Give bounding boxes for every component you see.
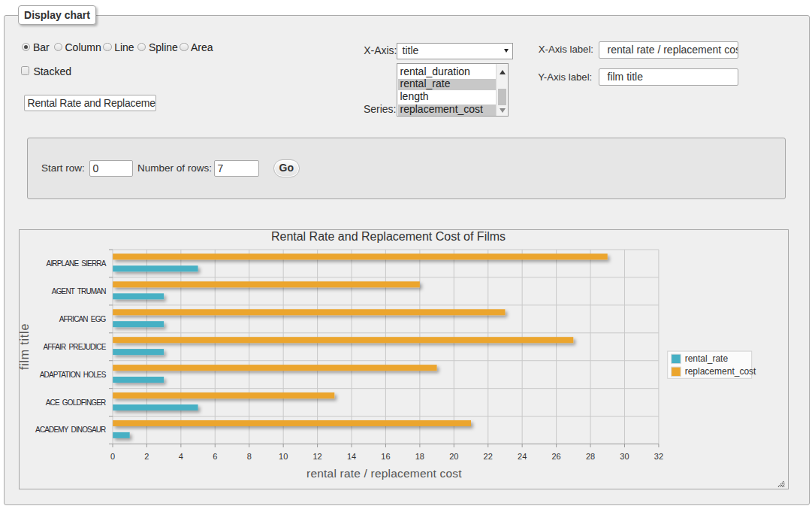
svg-text:30: 30 <box>620 451 629 460</box>
svg-text:4: 4 <box>178 451 183 460</box>
svg-text:rental rate / replacement cost: rental rate / replacement cost <box>306 467 462 480</box>
svg-text:rental_rate: rental_rate <box>684 353 728 364</box>
svg-text:8: 8 <box>246 451 251 460</box>
svg-text:6: 6 <box>213 451 217 460</box>
svg-text:10: 10 <box>279 451 288 460</box>
svg-text:12: 12 <box>312 451 321 460</box>
svg-text:14: 14 <box>346 451 355 460</box>
svg-text:2: 2 <box>144 451 149 460</box>
svg-text:24: 24 <box>518 451 527 460</box>
svg-text:AIRPLANE SIERRA: AIRPLANE SIERRA <box>46 259 106 267</box>
svg-text:replacement_cost: replacement_cost <box>684 366 756 377</box>
svg-text:32: 32 <box>654 451 663 460</box>
svg-text:AGENT TRUMAN: AGENT TRUMAN <box>51 286 105 295</box>
svg-text:28: 28 <box>585 451 594 460</box>
svg-text:0: 0 <box>110 451 114 460</box>
svg-text:AFRICAN EGG: AFRICAN EGG <box>59 314 106 323</box>
svg-text:18: 18 <box>415 451 424 460</box>
svg-text:film title: film title <box>19 323 31 369</box>
svg-text:ADAPTATION HOLES: ADAPTATION HOLES <box>39 370 106 378</box>
svg-text:26: 26 <box>551 451 560 460</box>
svg-text:ACE GOLDFINGER: ACE GOLDFINGER <box>45 398 105 406</box>
svg-text:16: 16 <box>381 451 390 460</box>
svg-text:Rental Rate and Replacement Co: Rental Rate and Replacement Cost of Film… <box>270 229 505 242</box>
svg-text:22: 22 <box>483 451 492 460</box>
svg-text:ACADEMY DINOSAUR: ACADEMY DINOSAUR <box>35 426 106 434</box>
svg-text:20: 20 <box>449 451 458 460</box>
svg-text:AFFAIR PREJUDICE: AFFAIR PREJUDICE <box>43 342 106 350</box>
